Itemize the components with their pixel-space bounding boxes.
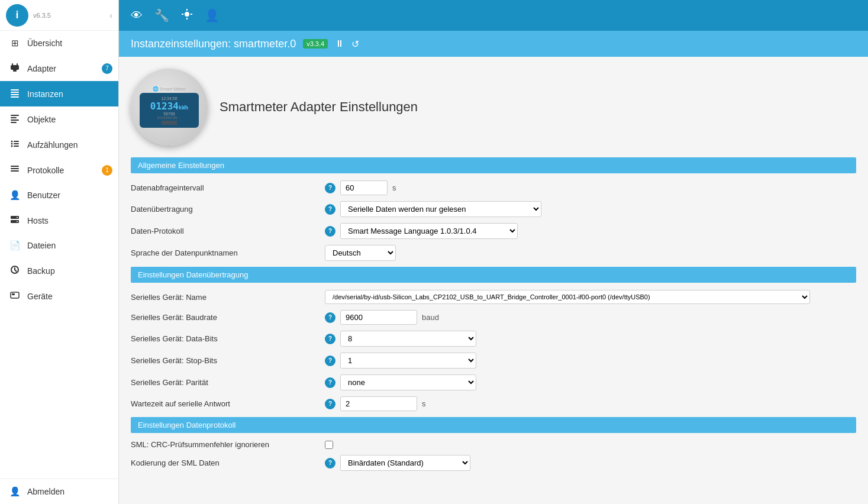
grid-icon: ⊞ bbox=[9, 38, 20, 49]
page-title: Instanzeinstellungen: smartmeter.0 bbox=[131, 38, 296, 50]
svg-rect-9 bbox=[11, 117, 17, 118]
sidebar-collapse-button[interactable]: ‹ bbox=[109, 11, 112, 20]
datenabfrageintervall-help[interactable]: ? bbox=[325, 183, 335, 193]
datenabfrageintervall-input[interactable] bbox=[340, 180, 388, 195]
sidebar-item-label: Hosts bbox=[27, 216, 49, 225]
sprache-select[interactable]: Deutsch English bbox=[325, 245, 396, 261]
sml-crc-row: SML: CRC-Prüfsummenfehler ignorieren bbox=[131, 440, 856, 449]
svg-point-24 bbox=[17, 221, 18, 222]
protokolle-icon bbox=[9, 164, 20, 176]
svg-rect-5 bbox=[11, 92, 19, 93]
section-datenprotokoll: Einstellungen Datenprotokoll bbox=[131, 417, 856, 433]
svg-point-23 bbox=[17, 217, 18, 218]
svg-rect-17 bbox=[14, 146, 19, 147]
version-badge: v3.3.4 bbox=[303, 39, 328, 49]
serielles-name-label: Serielles Gerät: Name bbox=[131, 293, 320, 302]
serielles-paritaet-help[interactable]: ? bbox=[325, 377, 335, 388]
datenuebertragung-select[interactable]: Serielle Daten werden nur gelesen bbox=[340, 201, 541, 217]
serielles-databits-row: Serielles Gerät: Data-Bits ? 8765 bbox=[131, 331, 856, 347]
daten-protokoll-select[interactable]: Smart Message Language 1.0.3/1.0.4 bbox=[340, 223, 518, 239]
svg-rect-13 bbox=[14, 141, 19, 142]
user-icon[interactable]: 👤 bbox=[205, 8, 220, 22]
svg-point-16 bbox=[11, 146, 13, 147]
sidebar-item-objekte[interactable]: Objekte bbox=[0, 106, 118, 132]
svg-rect-11 bbox=[11, 122, 17, 123]
wartezeit-input[interactable] bbox=[340, 396, 417, 411]
main-area: 👁 🔧 👤 Instanzeinstellungen: smartmeter.0… bbox=[119, 0, 868, 504]
sidebar-item-label: Instanzen bbox=[27, 89, 63, 99]
sidebar-item-instanzen[interactable]: Instanzen bbox=[0, 81, 118, 106]
objekte-icon bbox=[9, 114, 20, 125]
serielles-paritaet-select[interactable]: noneevenodd bbox=[340, 374, 476, 390]
sidebar-item-label: Dateien bbox=[27, 241, 56, 250]
protokolle-badge: 1 bbox=[102, 165, 112, 176]
hosts-icon bbox=[9, 215, 20, 226]
content-area: Instanzeinstellungen: smartmeter.0 v3.3.… bbox=[119, 31, 868, 504]
wartezeit-unit: s bbox=[422, 399, 426, 408]
datenabfrageintervall-row: Datenabfrageintervall ? s bbox=[131, 180, 856, 195]
sidebar-item-protokolle[interactable]: Protokolle 1 bbox=[0, 157, 118, 183]
sidebar-item-label: Übersicht bbox=[27, 38, 62, 48]
sidebar-item-label: Protokolle bbox=[27, 166, 64, 175]
kodierung-select[interactable]: Binärdaten (Standard) Hexadezimal bbox=[340, 455, 470, 471]
eye-icon[interactable]: 👁 bbox=[131, 9, 143, 22]
brightness-icon[interactable] bbox=[181, 8, 193, 23]
serielles-baud-input[interactable] bbox=[340, 310, 417, 325]
svg-point-12 bbox=[11, 141, 13, 143]
sml-crc-checkbox[interactable] bbox=[325, 441, 333, 449]
svg-rect-26 bbox=[11, 292, 19, 298]
svg-rect-8 bbox=[11, 115, 19, 116]
serielles-name-select[interactable]: /dev/serial/by-id/usb-Silicon_Labs_CP210… bbox=[325, 290, 810, 304]
sidebar-item-label: Adapter bbox=[27, 64, 56, 73]
refresh-icon[interactable]: ↺ bbox=[351, 38, 359, 50]
datenuebertragung-help[interactable]: ? bbox=[325, 204, 335, 215]
abmelden-icon: 👤 bbox=[9, 486, 20, 497]
sidebar-item-label: Abmelden bbox=[27, 487, 64, 496]
sidebar-header: i v6.3.5 ‹ bbox=[0, 0, 118, 31]
sidebar-item-aufzaehlungen[interactable]: Aufzählungen bbox=[0, 132, 118, 157]
daten-protokoll-help[interactable]: ? bbox=[325, 226, 335, 237]
serielles-baud-help[interactable]: ? bbox=[325, 312, 335, 323]
svg-rect-20 bbox=[11, 170, 19, 172]
serielles-stopbits-help[interactable]: ? bbox=[325, 356, 335, 366]
svg-rect-6 bbox=[11, 94, 19, 95]
datenuebertragung-label: Datenübertragung bbox=[131, 205, 320, 214]
section-allgemeine: Allgemeine Einstellungen bbox=[131, 157, 856, 173]
sidebar-item-geraete[interactable]: Geräte bbox=[0, 283, 118, 309]
kodierung-help[interactable]: ? bbox=[325, 458, 335, 469]
benutzer-icon: 👤 bbox=[9, 190, 20, 201]
serielles-baud-unit: baud bbox=[422, 313, 439, 322]
adapter-icon bbox=[9, 63, 20, 74]
wartezeit-help[interactable]: ? bbox=[325, 399, 335, 409]
sidebar-item-label: Benutzer bbox=[27, 190, 60, 200]
app-logo: i bbox=[6, 4, 28, 27]
serielles-databits-help[interactable]: ? bbox=[325, 334, 335, 344]
svg-rect-4 bbox=[11, 89, 19, 91]
sidebar-item-label: Geräte bbox=[27, 292, 53, 301]
serielles-stopbits-label: Serielles Gerät: Stop-Bits bbox=[131, 356, 320, 365]
adapter-logo: 🌐 Smart Meter 12:34:56 01234kWh 56789 01… bbox=[131, 69, 208, 146]
serielles-stopbits-row: Serielles Gerät: Stop-Bits ? 12 bbox=[131, 353, 856, 369]
geraete-icon bbox=[9, 290, 20, 302]
sidebar-item-backup[interactable]: Backup bbox=[0, 258, 118, 283]
serielles-name-row: Serielles Gerät: Name /dev/serial/by-id/… bbox=[131, 290, 856, 304]
sidebar-item-hosts[interactable]: Hosts bbox=[0, 208, 118, 233]
adapter-title: Smartmeter Adapter Einstellungen bbox=[220, 99, 418, 115]
serielles-baud-row: Serielles Gerät: Baudrate ? baud bbox=[131, 310, 856, 325]
tools-icon[interactable]: 🔧 bbox=[154, 8, 169, 22]
section-datenuebertragung: Einstellungen Datenübertragung bbox=[131, 267, 856, 283]
sidebar-item-adapter[interactable]: Adapter 7 bbox=[0, 56, 118, 81]
kodierung-label: Kodierung der SML Daten bbox=[131, 458, 320, 467]
serielles-stopbits-select[interactable]: 12 bbox=[340, 353, 476, 369]
page-header: Instanzeinstellungen: smartmeter.0 v3.3.… bbox=[119, 31, 868, 57]
serielles-databits-select[interactable]: 8765 bbox=[340, 331, 476, 347]
dateien-icon: 📄 bbox=[9, 240, 20, 251]
sidebar-item-abmelden[interactable]: 👤 Abmelden bbox=[0, 479, 118, 504]
sidebar-item-dateien[interactable]: 📄 Dateien bbox=[0, 233, 118, 258]
sidebar-bottom: 👤 Abmelden bbox=[0, 479, 118, 504]
pause-icon[interactable]: ⏸ bbox=[335, 38, 344, 49]
sidebar-item-uebersicht[interactable]: ⊞ Übersicht bbox=[0, 31, 118, 56]
sidebar-item-label: Aufzählungen bbox=[27, 140, 78, 150]
adapter-header: 🌐 Smart Meter 12:34:56 01234kWh 56789 01… bbox=[131, 69, 856, 146]
sidebar-item-benutzer[interactable]: 👤 Benutzer bbox=[0, 183, 118, 208]
